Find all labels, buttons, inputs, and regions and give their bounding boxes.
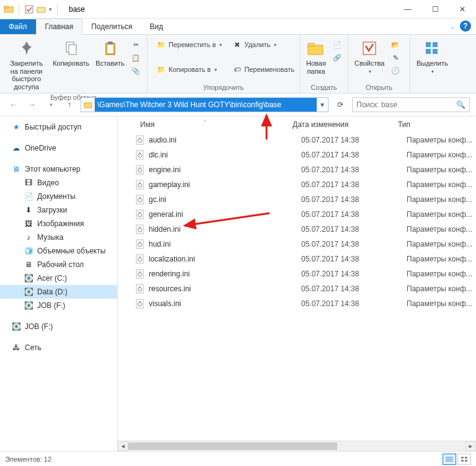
ini-file-icon [135, 299, 145, 309]
select-all-icon [422, 38, 442, 58]
sidebar-music[interactable]: ♪Музыка [0, 231, 117, 244]
new-item-button[interactable]: 📄 [330, 38, 345, 51]
sidebar-drive-f2[interactable]: 💽JOB (F:) [0, 320, 117, 333]
column-name[interactable]: Имя˄ [135, 120, 288, 129]
sidebar-pictures[interactable]: 🖼Изображения [0, 217, 117, 231]
copy-button[interactable]: Копировать [50, 37, 92, 69]
move-to-button[interactable]: 📁Переместить в▾ [154, 38, 224, 51]
search-input[interactable] [356, 100, 456, 109]
properties-button[interactable]: Свойства▾ [352, 37, 387, 76]
sidebar-drive-d[interactable]: 💽Data (D:) [0, 285, 117, 299]
edit-button[interactable]: ✎ [388, 51, 403, 64]
file-name: rendering.ini [149, 270, 301, 278]
file-row[interactable]: gameplay.ini05.07.2017 14:38Параметры ко… [123, 177, 476, 192]
file-date: 05.07.2017 14:38 [301, 210, 407, 219]
easy-access-button[interactable]: 🔗 [330, 51, 345, 64]
delete-button[interactable]: ✖Удалить▾ [229, 38, 297, 51]
column-type[interactable]: Тип [393, 120, 476, 129]
address-bar[interactable]: \Games\The Witcher 3 Wild Hunt GOTY\bin\… [81, 97, 328, 112]
svg-rect-11 [363, 42, 376, 55]
svg-rect-10 [308, 43, 314, 46]
file-row[interactable]: audio.ini05.07.2017 14:38Параметры конф.… [123, 133, 476, 147]
downloads-icon: ⬇ [24, 205, 33, 215]
file-row[interactable]: gc.ini05.07.2017 14:38Параметры конф... [123, 192, 476, 207]
drive-icon: 💽 [11, 322, 21, 332]
paste-button[interactable]: Вставить [93, 37, 127, 69]
history-button[interactable]: 🕘 [388, 64, 403, 77]
ini-file-icon [135, 195, 145, 204]
maximize-button[interactable]: ☐ [421, 0, 449, 19]
close-button[interactable]: ✕ [449, 0, 476, 19]
tab-home[interactable]: Главная [36, 19, 83, 35]
sidebar-this-pc[interactable]: 🖥Этот компьютер [0, 162, 117, 176]
file-pane: Имя˄ Дата изменения Тип audio.ini05.07.2… [118, 116, 476, 451]
file-row[interactable]: dlc.ini05.07.2017 14:38Параметры конф... [123, 147, 476, 162]
qat-folder-icon[interactable] [37, 4, 46, 14]
up-button[interactable]: ↑ [62, 97, 77, 112]
minimize-button[interactable]: — [394, 0, 421, 19]
file-row[interactable]: hud.ini05.07.2017 14:38Параметры конф... [123, 237, 476, 252]
qat-checkbox-icon[interactable] [24, 4, 34, 14]
ini-file-icon [135, 180, 145, 190]
paste-shortcut-button[interactable]: 📎 [128, 64, 143, 77]
select-all-button[interactable]: Выделить▾ [414, 37, 451, 76]
tab-view[interactable]: Вид [141, 19, 172, 34]
address-dropdown-icon[interactable]: ▾ [317, 100, 328, 109]
file-type: Параметры конф... [407, 284, 476, 293]
file-row[interactable]: visuals.ini05.07.2017 14:38Параметры кон… [123, 296, 476, 311]
navbar: ← → ▾ ↑ \Games\The Witcher 3 Wild Hunt G… [0, 94, 476, 116]
tab-file[interactable]: Файл [0, 19, 36, 34]
sidebar-documents[interactable]: 📄Документы [0, 190, 117, 203]
file-row[interactable]: resources.ini05.07.2017 14:38Параметры к… [123, 281, 476, 296]
details-view-button[interactable] [443, 454, 456, 465]
file-date: 05.07.2017 14:38 [301, 136, 407, 144]
sidebar-network[interactable]: 🖧Сеть [0, 341, 117, 354]
address-input[interactable]: \Games\The Witcher 3 Wild Hunt GOTY\bin\… [95, 98, 317, 112]
copy-to-button[interactable]: 📁Копировать в▾ [154, 63, 224, 76]
file-date: 05.07.2017 14:38 [301, 270, 407, 278]
help-icon[interactable]: ? [460, 20, 471, 32]
sidebar-downloads[interactable]: ⬇Загрузки [0, 203, 117, 217]
open-button[interactable]: 📂 [388, 38, 403, 51]
cut-button[interactable]: ✂ [128, 38, 143, 51]
svg-rect-3 [37, 7, 45, 12]
horizontal-scrollbar[interactable]: ◄ ► [118, 441, 476, 451]
sidebar-desktop[interactable]: 🖥Рабочий стол [0, 258, 117, 271]
icons-view-button[interactable] [457, 454, 471, 465]
sidebar-3d-objects[interactable]: 🧊Объемные объекты [0, 244, 117, 258]
rename-button[interactable]: 🏷Переименовать [229, 63, 297, 76]
scroll-right-arrow[interactable]: ► [465, 441, 476, 451]
forward-button[interactable]: → [25, 97, 40, 112]
scroll-left-arrow[interactable]: ◄ [118, 441, 128, 451]
refresh-button[interactable]: ⟳ [332, 97, 348, 112]
file-row[interactable]: general.ini05.07.2017 14:38Параметры кон… [123, 207, 476, 222]
scroll-thumb[interactable] [128, 442, 337, 450]
svg-rect-37 [139, 227, 141, 228]
file-row[interactable]: engine.ini05.07.2017 14:38Параметры конф… [123, 162, 476, 177]
file-row[interactable]: rendering.ini05.07.2017 14:38Параметры к… [123, 266, 476, 281]
back-button[interactable]: ← [6, 97, 21, 112]
search-box[interactable]: 🔍 [352, 97, 470, 112]
svg-rect-58 [461, 460, 464, 462]
sidebar-onedrive[interactable]: ☁OneDrive [0, 141, 117, 155]
file-name: general.ini [149, 210, 301, 219]
column-date[interactable]: Дата изменения [288, 120, 393, 129]
cube-icon: 🧊 [24, 246, 33, 256]
qat-dropdown[interactable]: ▾ [49, 6, 52, 12]
sidebar-drive-f1[interactable]: 💽JOB (F:) [0, 299, 117, 312]
sidebar-drive-c[interactable]: 💽Acer (C:) [0, 271, 117, 285]
collapse-ribbon-icon[interactable]: ˆ [447, 27, 457, 34]
file-row[interactable]: localization.ini05.07.2017 14:38Параметр… [123, 252, 476, 266]
file-type: Параметры конф... [407, 240, 476, 248]
recent-locations-button[interactable]: ▾ [43, 97, 58, 112]
svg-rect-17 [136, 136, 143, 144]
sidebar-quick-access[interactable]: ★Быстрый доступ [0, 120, 117, 134]
move-icon: 📁 [156, 40, 166, 50]
pin-to-quick-access-button[interactable]: Закрепить на панели быстрого доступа [4, 37, 49, 92]
copy-path-button[interactable]: 📋 [128, 51, 143, 64]
new-folder-button[interactable]: Новая папка [304, 37, 328, 76]
file-row[interactable]: hidden.ini05.07.2017 14:38Параметры конф… [123, 222, 476, 237]
sidebar-videos[interactable]: 🎞Видео [0, 176, 117, 190]
tab-share[interactable]: Поделиться [82, 19, 141, 34]
drive-icon: 💽 [24, 287, 33, 297]
